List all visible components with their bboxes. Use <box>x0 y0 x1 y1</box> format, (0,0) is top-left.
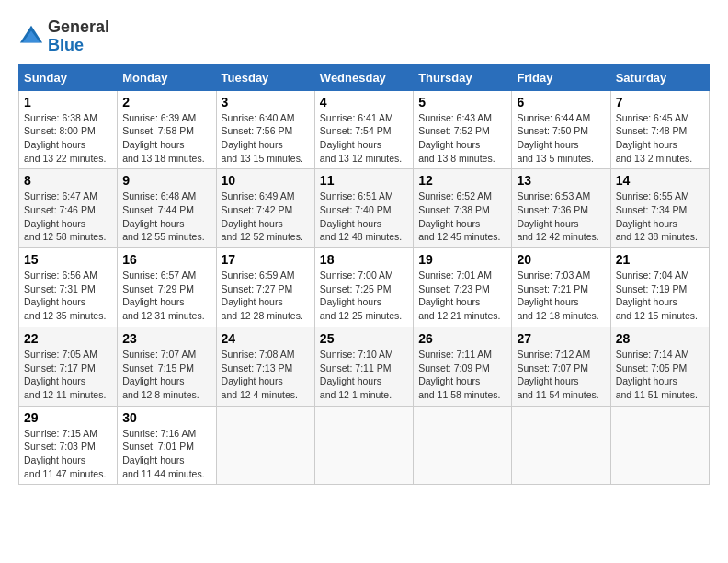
day-detail: Sunrise: 6:45 AM Sunset: 7:48 PM Dayligh… <box>616 111 704 166</box>
day-number: 4 <box>320 95 408 109</box>
col-monday: Monday <box>118 64 216 90</box>
calendar-cell: 14 Sunrise: 6:55 AM Sunset: 7:34 PM Dayl… <box>610 169 709 248</box>
day-number: 24 <box>222 331 310 346</box>
calendar-cell <box>216 406 314 485</box>
calendar-cell: 15 Sunrise: 6:56 AM Sunset: 7:31 PM Dayl… <box>19 248 118 327</box>
calendar-cell: 4 Sunrise: 6:41 AM Sunset: 7:54 PM Dayli… <box>314 90 413 169</box>
day-detail: Sunrise: 6:52 AM Sunset: 7:38 PM Dayligh… <box>418 190 506 244</box>
day-detail: Sunrise: 6:43 AM Sunset: 7:52 PM Dayligh… <box>418 111 506 166</box>
calendar-cell: 22 Sunrise: 7:05 AM Sunset: 7:17 PM Dayl… <box>19 327 118 406</box>
day-number: 3 <box>222 95 310 109</box>
day-number: 16 <box>122 252 210 267</box>
col-wednesday: Wednesday <box>314 64 413 90</box>
day-number: 22 <box>24 331 112 346</box>
day-number: 7 <box>616 95 704 109</box>
day-number: 20 <box>517 252 605 267</box>
calendar-cell: 30 Sunrise: 7:16 AM Sunset: 7:01 PM Dayl… <box>118 406 216 485</box>
day-number: 15 <box>24 252 112 267</box>
day-detail: Sunrise: 6:57 AM Sunset: 7:29 PM Dayligh… <box>122 269 210 323</box>
day-number: 10 <box>222 173 310 188</box>
day-detail: Sunrise: 6:59 AM Sunset: 7:27 PM Dayligh… <box>222 269 310 323</box>
calendar-cell <box>610 406 709 485</box>
day-detail: Sunrise: 6:49 AM Sunset: 7:42 PM Dayligh… <box>222 190 310 244</box>
day-detail: Sunrise: 7:12 AM Sunset: 7:07 PM Dayligh… <box>517 348 605 402</box>
day-detail: Sunrise: 6:39 AM Sunset: 7:58 PM Dayligh… <box>122 111 210 166</box>
day-number: 30 <box>122 410 210 425</box>
day-detail: Sunrise: 7:16 AM Sunset: 7:01 PM Dayligh… <box>122 427 210 481</box>
logo-line1: General <box>48 18 109 37</box>
day-detail: Sunrise: 6:56 AM Sunset: 7:31 PM Dayligh… <box>24 269 112 323</box>
logo-line2: Blue <box>48 37 109 55</box>
calendar-week-row: 1 Sunrise: 6:38 AM Sunset: 8:00 PM Dayli… <box>19 90 710 169</box>
day-detail: Sunrise: 7:01 AM Sunset: 7:23 PM Dayligh… <box>418 269 506 323</box>
day-detail: Sunrise: 7:05 AM Sunset: 7:17 PM Dayligh… <box>24 348 112 402</box>
day-number: 12 <box>418 173 506 188</box>
calendar-cell: 2 Sunrise: 6:39 AM Sunset: 7:58 PM Dayli… <box>118 90 216 169</box>
calendar-cell: 6 Sunrise: 6:44 AM Sunset: 7:50 PM Dayli… <box>512 90 610 169</box>
calendar-cell: 24 Sunrise: 7:08 AM Sunset: 7:13 PM Dayl… <box>216 327 314 406</box>
col-tuesday: Tuesday <box>216 64 314 90</box>
day-detail: Sunrise: 7:14 AM Sunset: 7:05 PM Dayligh… <box>616 348 704 402</box>
day-number: 19 <box>418 252 506 267</box>
day-number: 23 <box>122 331 210 346</box>
day-detail: Sunrise: 6:48 AM Sunset: 7:44 PM Dayligh… <box>122 190 210 244</box>
calendar-cell: 16 Sunrise: 6:57 AM Sunset: 7:29 PM Dayl… <box>118 248 216 327</box>
calendar-cell: 20 Sunrise: 7:03 AM Sunset: 7:21 PM Dayl… <box>512 248 610 327</box>
day-detail: Sunrise: 6:53 AM Sunset: 7:36 PM Dayligh… <box>517 190 605 244</box>
calendar-cell: 3 Sunrise: 6:40 AM Sunset: 7:56 PM Dayli… <box>216 90 314 169</box>
calendar-cell <box>314 406 413 485</box>
calendar-cell <box>512 406 610 485</box>
day-number: 21 <box>616 252 704 267</box>
calendar-cell: 17 Sunrise: 6:59 AM Sunset: 7:27 PM Dayl… <box>216 248 314 327</box>
day-number: 5 <box>418 95 506 109</box>
calendar-header-row: Sunday Monday Tuesday Wednesday Thursday… <box>19 64 710 90</box>
day-detail: Sunrise: 6:51 AM Sunset: 7:40 PM Dayligh… <box>320 190 408 244</box>
calendar-cell: 7 Sunrise: 6:45 AM Sunset: 7:48 PM Dayli… <box>610 90 709 169</box>
day-number: 18 <box>320 252 408 267</box>
day-detail: Sunrise: 6:41 AM Sunset: 7:54 PM Dayligh… <box>320 111 408 166</box>
calendar-week-row: 22 Sunrise: 7:05 AM Sunset: 7:17 PM Dayl… <box>19 327 710 406</box>
calendar-cell: 27 Sunrise: 7:12 AM Sunset: 7:07 PM Dayl… <box>512 327 610 406</box>
calendar-cell: 11 Sunrise: 6:51 AM Sunset: 7:40 PM Dayl… <box>314 169 413 248</box>
day-number: 27 <box>517 331 605 346</box>
day-number: 8 <box>24 173 112 188</box>
calendar-cell: 10 Sunrise: 6:49 AM Sunset: 7:42 PM Dayl… <box>216 169 314 248</box>
day-number: 9 <box>122 173 210 188</box>
calendar-cell: 21 Sunrise: 7:04 AM Sunset: 7:19 PM Dayl… <box>610 248 709 327</box>
calendar-week-row: 29 Sunrise: 7:15 AM Sunset: 7:03 PM Dayl… <box>19 406 710 485</box>
calendar-cell: 25 Sunrise: 7:10 AM Sunset: 7:11 PM Dayl… <box>314 327 413 406</box>
calendar-week-row: 15 Sunrise: 6:56 AM Sunset: 7:31 PM Dayl… <box>19 248 710 327</box>
day-detail: Sunrise: 7:10 AM Sunset: 7:11 PM Dayligh… <box>320 348 408 402</box>
day-number: 11 <box>320 173 408 188</box>
day-detail: Sunrise: 6:40 AM Sunset: 7:56 PM Dayligh… <box>222 111 310 166</box>
calendar-cell: 13 Sunrise: 6:53 AM Sunset: 7:36 PM Dayl… <box>512 169 610 248</box>
day-detail: Sunrise: 7:08 AM Sunset: 7:13 PM Dayligh… <box>222 348 310 402</box>
calendar-cell: 26 Sunrise: 7:11 AM Sunset: 7:09 PM Dayl… <box>414 327 512 406</box>
calendar-week-row: 8 Sunrise: 6:47 AM Sunset: 7:46 PM Dayli… <box>19 169 710 248</box>
day-number: 6 <box>517 95 605 109</box>
day-detail: Sunrise: 7:00 AM Sunset: 7:25 PM Dayligh… <box>320 269 408 323</box>
day-detail: Sunrise: 6:55 AM Sunset: 7:34 PM Dayligh… <box>616 190 704 244</box>
day-detail: Sunrise: 6:44 AM Sunset: 7:50 PM Dayligh… <box>517 111 605 166</box>
calendar-cell: 19 Sunrise: 7:01 AM Sunset: 7:23 PM Dayl… <box>414 248 512 327</box>
day-detail: Sunrise: 6:47 AM Sunset: 7:46 PM Dayligh… <box>24 190 112 244</box>
day-detail: Sunrise: 7:04 AM Sunset: 7:19 PM Dayligh… <box>616 269 704 323</box>
header: General Blue <box>18 18 710 55</box>
calendar-table: Sunday Monday Tuesday Wednesday Thursday… <box>18 64 710 486</box>
col-saturday: Saturday <box>610 64 709 90</box>
calendar-cell: 12 Sunrise: 6:52 AM Sunset: 7:38 PM Dayl… <box>414 169 512 248</box>
calendar-cell: 18 Sunrise: 7:00 AM Sunset: 7:25 PM Dayl… <box>314 248 413 327</box>
day-number: 28 <box>616 331 704 346</box>
calendar-cell: 28 Sunrise: 7:14 AM Sunset: 7:05 PM Dayl… <box>610 327 709 406</box>
col-friday: Friday <box>512 64 610 90</box>
day-number: 13 <box>517 173 605 188</box>
calendar-cell: 29 Sunrise: 7:15 AM Sunset: 7:03 PM Dayl… <box>19 406 118 485</box>
logo: General Blue <box>18 18 109 55</box>
day-number: 17 <box>222 252 310 267</box>
calendar-cell: 9 Sunrise: 6:48 AM Sunset: 7:44 PM Dayli… <box>118 169 216 248</box>
day-detail: Sunrise: 6:38 AM Sunset: 8:00 PM Dayligh… <box>24 111 112 166</box>
calendar-cell: 5 Sunrise: 6:43 AM Sunset: 7:52 PM Dayli… <box>414 90 512 169</box>
day-detail: Sunrise: 7:03 AM Sunset: 7:21 PM Dayligh… <box>517 269 605 323</box>
calendar-cell: 23 Sunrise: 7:07 AM Sunset: 7:15 PM Dayl… <box>118 327 216 406</box>
day-detail: Sunrise: 7:15 AM Sunset: 7:03 PM Dayligh… <box>24 427 112 481</box>
